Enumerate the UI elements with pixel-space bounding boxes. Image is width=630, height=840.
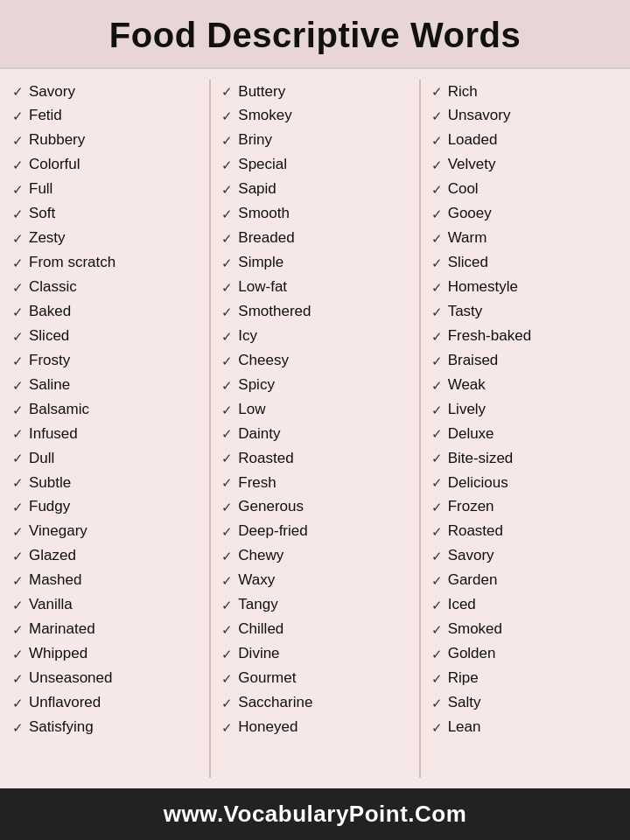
- list-item: ✓Frozen: [431, 495, 618, 520]
- word-label: Special: [238, 155, 287, 175]
- list-item: ✓Low-fat: [221, 276, 408, 300]
- list-item: ✓From scratch: [12, 251, 199, 276]
- list-item: ✓Marinated: [12, 618, 199, 642]
- list-item: ✓Tasty: [431, 299, 618, 324]
- list-item: ✓Warm: [431, 227, 618, 251]
- list-item: ✓Chewy: [221, 544, 408, 569]
- list-item: ✓Saline: [12, 373, 199, 397]
- checkmark-icon: ✓: [12, 474, 24, 492]
- checkmark-icon: ✓: [431, 255, 443, 272]
- list-item: ✓Buttery: [221, 80, 408, 104]
- list-item: ✓Savory: [12, 80, 199, 104]
- list-item: ✓Homestyle: [431, 276, 618, 300]
- word-label: Glazed: [29, 546, 76, 566]
- list-item: ✓Unseasoned: [12, 667, 199, 691]
- list-item: ✓Deluxe: [431, 422, 618, 446]
- checkmark-icon: ✓: [221, 132, 233, 150]
- list-item: ✓Weak: [431, 373, 618, 397]
- list-item: ✓Delicious: [431, 471, 618, 495]
- checkmark-icon: ✓: [12, 328, 24, 346]
- checkmark-icon: ✓: [431, 108, 443, 125]
- list-item: ✓Colorful: [12, 153, 199, 178]
- checkmark-icon: ✓: [431, 670, 443, 688]
- list-item: ✓Cool: [431, 178, 618, 202]
- list-item: ✓Tangy: [221, 593, 408, 618]
- checkmark-icon: ✓: [221, 548, 233, 565]
- word-label: Breaded: [238, 228, 294, 248]
- list-item: ✓Icy: [221, 324, 408, 348]
- checkmark-icon: ✓: [12, 83, 24, 101]
- word-label: Frozen: [448, 497, 494, 517]
- checkmark-icon: ✓: [221, 572, 233, 590]
- checkmark-icon: ✓: [431, 377, 443, 395]
- checkmark-icon: ✓: [221, 230, 233, 248]
- list-item: ✓Simple: [221, 251, 408, 276]
- list-item: ✓Vinegary: [12, 520, 199, 544]
- list-item: ✓Frosty: [12, 348, 199, 373]
- word-label: Saline: [29, 375, 70, 396]
- list-item: ✓Roasted: [431, 520, 618, 544]
- list-item: ✓Smothered: [221, 299, 408, 324]
- list-item: ✓Braised: [431, 348, 618, 373]
- checkmark-icon: ✓: [12, 279, 24, 297]
- word-label: Tasty: [448, 302, 483, 322]
- checkmark-icon: ✓: [431, 157, 443, 174]
- checkmark-icon: ✓: [221, 646, 233, 663]
- checkmark-icon: ✓: [221, 157, 233, 174]
- checkmark-icon: ✓: [221, 499, 233, 516]
- checkmark-icon: ✓: [431, 597, 443, 614]
- word-label: Ripe: [448, 668, 479, 689]
- list-item: ✓Gourmet: [221, 667, 408, 691]
- list-item: ✓Spicy: [221, 373, 408, 397]
- checkmark-icon: ✓: [221, 402, 233, 419]
- word-label: Savory: [448, 546, 494, 566]
- word-label: Balsamic: [29, 400, 89, 420]
- list-item: ✓Vanilla: [12, 593, 199, 618]
- word-label: Delicious: [448, 473, 508, 494]
- checkmark-icon: ✓: [12, 402, 24, 419]
- checkmark-icon: ✓: [431, 402, 443, 419]
- checkmark-icon: ✓: [431, 83, 443, 101]
- word-label: Rubbery: [29, 130, 85, 150]
- list-item: ✓Sliced: [12, 324, 199, 348]
- word-label: Loaded: [448, 130, 498, 150]
- list-item: ✓Full: [12, 178, 199, 202]
- list-item: ✓Glazed: [12, 544, 199, 569]
- word-label: Rich: [448, 82, 478, 102]
- checkmark-icon: ✓: [12, 499, 24, 516]
- checkmark-icon: ✓: [12, 353, 24, 370]
- list-item: ✓Fresh-baked: [431, 324, 618, 348]
- checkmark-icon: ✓: [12, 548, 24, 565]
- checkmark-icon: ✓: [221, 255, 233, 272]
- word-label: Dainty: [238, 424, 280, 444]
- checkmark-icon: ✓: [431, 230, 443, 248]
- checkmark-icon: ✓: [12, 523, 24, 541]
- word-label: Buttery: [238, 82, 285, 102]
- list-item: ✓Gooey: [431, 202, 618, 227]
- checkmark-icon: ✓: [12, 695, 24, 712]
- checkmark-icon: ✓: [431, 523, 443, 541]
- word-label: Frosty: [29, 351, 70, 371]
- checkmark-icon: ✓: [12, 646, 24, 663]
- list-item: ✓Salty: [431, 690, 618, 715]
- list-item: ✓Zesty: [12, 227, 199, 251]
- word-label: Full: [29, 179, 52, 200]
- list-item: ✓Garden: [431, 569, 618, 593]
- list-item: ✓Honeyed: [221, 715, 408, 739]
- checkmark-icon: ✓: [12, 108, 24, 125]
- checkmark-icon: ✓: [431, 206, 443, 223]
- list-item: ✓Smooth: [221, 202, 408, 227]
- checkmark-icon: ✓: [221, 108, 233, 125]
- list-item: ✓Ripe: [431, 667, 618, 691]
- list-item: ✓Infused: [12, 422, 199, 446]
- checkmark-icon: ✓: [12, 572, 24, 590]
- list-item: ✓Unsavory: [431, 104, 618, 129]
- list-item: ✓Balsamic: [12, 397, 199, 422]
- list-item: ✓Breaded: [221, 227, 408, 251]
- word-label: Homestyle: [448, 277, 518, 298]
- list-item: ✓Fresh: [221, 471, 408, 495]
- list-item: ✓Deep-fried: [221, 520, 408, 544]
- list-item: ✓Fetid: [12, 104, 199, 129]
- word-label: Deep-fried: [238, 522, 307, 542]
- footer-url: www.VocabularyPoint.Com: [164, 801, 467, 827]
